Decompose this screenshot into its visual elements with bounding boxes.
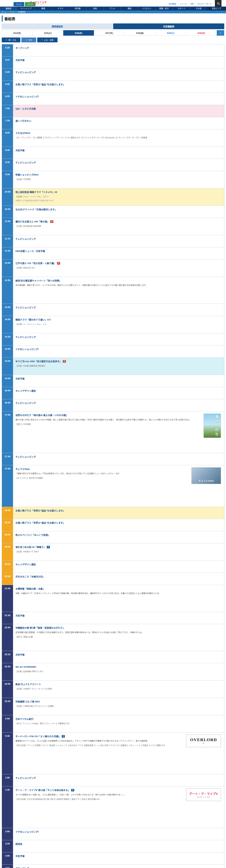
date-tab-5[interactable]: 6/29(土) [156,30,186,36]
program-title[interactable]: 月をみるころ「水無月の月」 [16,575,222,579]
date-tab-3[interactable]: 6/27(木) [94,30,125,36]
program-title[interactable]: 天気予報 [16,59,222,62]
program-title[interactable]: テレビショッピング [16,306,222,309]
date-tab-6[interactable]: 6/30(日) [186,30,217,36]
program-title[interactable]: 快適ショッピングMAX [16,173,222,177]
nav-item-2[interactable]: 情報 [34,7,52,10]
program-title[interactable]: 魔法少女お富さん #45「神の湯」再 [16,220,222,223]
nav-item-4[interactable]: 時代劇 [69,7,86,10]
site-logo[interactable]: きょうとくらす SPECIAL SITE [30,1,47,5]
next-week-button[interactable]: › [217,30,224,36]
program-title[interactable]: 天気予報 [16,614,222,618]
program-cast: 【声の出演】アインズ:日野聡 アルベド:原由実 シャルティア:上坂すみれ アウラ… [16,744,184,747]
program-title[interactable]: うたなび!MAX [16,131,222,135]
program-title[interactable]: 街ぶらべこべこ!「はっこう街道」 [16,533,222,537]
nav-item-6[interactable]: アニメ [104,7,121,10]
program-title[interactable]: 天気予報 [16,653,222,656]
date-tab-2[interactable]: 6/26(水) [63,30,94,36]
program-title[interactable]: お買い物プラス「世界の“逸品”をお届けします」 [16,83,222,86]
nav-item-8[interactable]: バラエティ [138,7,155,10]
program-title[interactable]: 沖縄歴史の旅 第1弾「琉球・首里城ものがたり」 [16,626,222,630]
nav-item-1[interactable]: ラインナップ [17,7,34,10]
nav-item-0[interactable]: 番組表 [0,7,17,10]
program-title[interactable]: 日本アンセム紀行 [16,717,222,721]
program-title[interactable]: KBS京都ニュース・天気予報 [16,249,222,253]
program-row: 2:30超流派 [2,840,224,852]
top-link-2[interactable]: 天気 [188,2,195,5]
search-button[interactable] [215,0,222,7]
program-title[interactable]: 水曜特集「映画の都・太秦」 [16,587,222,591]
program-title[interactable]: クロージング [16,867,222,868]
top-link-1[interactable]: ニュース [178,2,189,5]
program-title[interactable]: 韓国ドラマ「愛のめぐり逢い」#17 [16,318,222,321]
program-row: 5:21天気予報 [2,56,224,69]
nav-item-10[interactable]: スポーツ [173,7,190,10]
program-title[interactable]: イチおしショッピング! [16,347,222,351]
program-title[interactable]: 江戸の旅人 #15「花の吉原・人斬り魔」再 [16,261,222,265]
time-jump-1[interactable]: ▼夕方 [21,37,36,42]
program-title[interactable]: オーバーロードⅣ #13「よく練られた伏線」字 [16,735,184,738]
program-title[interactable]: 天気予報 [16,855,222,858]
program-logo-image[interactable]: デート・ア・ライブⅤDATE A LIVE [186,788,221,801]
jump-arrow-icon: ▼ [6,39,7,41]
program-title[interactable]: テレビショッピング [16,776,222,780]
top-link-0[interactable]: SNS/動画 [167,2,178,5]
program-title[interactable]: 天気予報 [16,149,222,152]
program-title[interactable]: デート・ア・ライブⅤ 第12話「そして未来は始まる」字 [16,788,184,792]
time-jump-2[interactable]: ▼よる・深夜 [37,37,58,42]
program-title[interactable]: ゆうどきLive #458「京の歴史を辿る街歩き」再 [16,360,222,363]
program-photo-image[interactable]: きょうとDays [191,467,221,484]
nav-item-reception-area[interactable]: 受信エリア [207,7,226,10]
program-title[interactable]: 海を見つめる街 #8「海鳴り」字 [16,546,222,549]
program-title[interactable]: なるほど!ナットク「お悩み解決します」 [16,208,222,211]
program-title[interactable]: 列島縦断!ゴルフ旅 NEO [16,700,222,704]
program-title[interactable]: 地上波初放送 韓国ドラマ「トキメキ」#8 [16,190,222,194]
program-title[interactable]: 天気予報 [16,377,222,380]
program-title[interactable]: 超流派 [16,842,222,846]
program-title[interactable]: テレビショッピング [16,335,222,339]
program-title[interactable]: イチおしショッピング! [16,830,222,834]
page: テレビラジオ きょうとくらす SPECIAL SITE SNS/動画ニュース天気… [0,0,226,868]
nav-item-7[interactable]: 報道 [121,7,138,10]
program-title[interactable]: テレビショッピング [16,237,222,241]
program-title[interactable]: キレイデザイン通信 [16,389,222,393]
program-title[interactable]: 納涼!京の夏応援キャンペーン「涼への回帰」 [16,279,222,282]
program-cast: 【語り】津嘉山正種 [16,636,222,639]
date-tab-0[interactable]: 6/24(月) [2,30,33,36]
breadcrumb-item-1[interactable]: テレビ [10,11,15,13]
top-link-3[interactable]: カルチャー/ホール [195,2,214,5]
program-title[interactable]: きょうとDays [16,467,189,471]
view-tab-1[interactable]: 日別番組表 [113,24,224,29]
program-title[interactable]: お買い物プラス「世界の“逸品”をお届けします」 [16,521,222,525]
program-cast: 【出演】若村麻由美 南条好輝 [16,225,222,228]
view-tab-0[interactable]: 週間番組表 [2,24,113,29]
program-title[interactable]: はれ・ときどき京都 [16,107,222,111]
program-title[interactable]: オープニング [16,46,222,50]
program-poster-image[interactable]: 海のいのち [204,413,221,438]
date-tab-4[interactable]: 6/28(金) [125,30,156,36]
date-tab-1[interactable]: 6/25(火) [33,30,63,36]
breadcrumb-item-2[interactable]: 日別番組表 [18,11,26,13]
nav-item-11[interactable]: その他 [190,7,207,10]
media-tab-tv[interactable]: テレビ [13,2,24,6]
program-logo-image[interactable]: OVERLORDⅣ [186,735,221,747]
program-title[interactable]: イチおしショッピング! [16,95,222,98]
nav-item-9[interactable]: 教養・紀行 [156,7,173,10]
program-title[interactable]: テレビショッピング [16,71,222,74]
program-text: 海を見つめる街 #8「海鳴り」字【出演】中村俊介 竹下景子 [13,544,224,561]
breadcrumb-item-0[interactable]: ホーム [2,11,6,13]
program-title[interactable]: 自然ものがたり「海の恵み 風土の謎・いのちの謎」 [16,413,201,417]
program-title[interactable]: お買い物プラス「世界の“逸品”をお届けします」 [16,509,222,513]
program-title[interactable]: テレビショッピング [16,401,222,405]
program-title[interactable]: テレビショッピング [16,455,222,459]
page-title: 番組表 [2,16,224,22]
program-title[interactable]: テレビショッピング [16,161,222,164]
program-title[interactable]: 熱血!きょうとアスリート [16,683,222,686]
program-time: 22:30 [2,663,13,680]
program-title[interactable]: We are STARDOM!! [16,665,222,669]
program-title[interactable]: 遠くへ行きたい [16,119,222,123]
time-jump-0[interactable]: ▼朝・ひる [2,37,20,42]
program-title[interactable]: キレイデザイン通信 [16,563,222,566]
nav-item-3[interactable]: ドラマ [52,7,69,10]
nav-item-5[interactable]: 音楽 [86,7,104,10]
